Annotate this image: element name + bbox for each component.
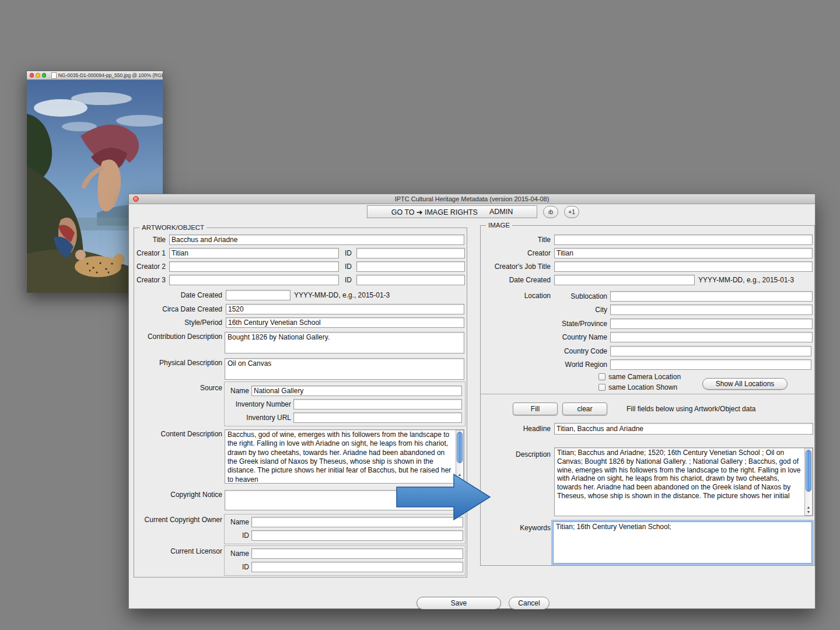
copyright-notice-label: Copyright Notice bbox=[132, 491, 222, 499]
world-region-input[interactable] bbox=[610, 359, 811, 370]
artwork-creator3-input[interactable] bbox=[169, 275, 339, 285]
source-name-input[interactable] bbox=[251, 386, 462, 396]
headline-label: Headline bbox=[491, 425, 551, 433]
description-label: Description bbox=[491, 450, 551, 459]
world-region-label: World Region bbox=[537, 360, 607, 369]
owner-id-label: ID bbox=[227, 531, 249, 540]
artwork-style-period-input[interactable] bbox=[226, 317, 464, 328]
artwork-date-format-hint: YYYY-MM-DD, e.g., 2015-01-3 bbox=[294, 291, 390, 299]
artwork-creator1-id-label: ID bbox=[341, 249, 352, 257]
artwork-physical-textarea[interactable]: Oil on Canvas bbox=[225, 358, 464, 380]
minimize-icon[interactable] bbox=[36, 73, 40, 78]
content-scrollbar-thumb[interactable] bbox=[457, 432, 463, 463]
owner-id-input[interactable] bbox=[251, 530, 463, 541]
same-location-shown-checkbox[interactable] bbox=[598, 384, 606, 391]
artwork-contribution-label: Contribution Description bbox=[132, 332, 222, 341]
artwork-contribution-textarea[interactable]: Bought 1826 by National Gallery. bbox=[225, 332, 464, 354]
iptc-metadata-dialog: IPTC Cultural Heritage Metadata (version… bbox=[128, 194, 816, 609]
country-name-input[interactable] bbox=[610, 332, 813, 342]
owner-name-label: Name bbox=[227, 518, 249, 526]
creator-job-title-label: Creator's Job Title bbox=[484, 262, 551, 271]
same-location-shown-label: same Location Shown bbox=[608, 383, 677, 391]
city-input[interactable] bbox=[610, 304, 813, 315]
scroll-down-icon[interactable]: ▼ bbox=[805, 510, 812, 514]
admin-link[interactable]: ADMIN bbox=[489, 208, 513, 216]
artwork-creator2-id-input[interactable] bbox=[356, 261, 465, 272]
artwork-creator1-label: Creator 1 bbox=[133, 249, 166, 257]
country-name-label: Country Name bbox=[537, 333, 607, 341]
sublocation-label: Sublocation bbox=[537, 292, 607, 300]
image-title-input[interactable] bbox=[554, 235, 813, 245]
artwork-creator3-label: Creator 3 bbox=[133, 276, 166, 284]
artwork-creator1-id-input[interactable] bbox=[356, 248, 465, 258]
fill-hint-text: Fill fields below using Artwork/Object d… bbox=[626, 405, 755, 413]
cancel-button[interactable]: Cancel bbox=[509, 597, 550, 610]
headline-input[interactable] bbox=[554, 423, 813, 435]
artwork-style-period-label: Style/Period bbox=[141, 318, 222, 327]
artwork-creator2-id-label: ID bbox=[341, 262, 352, 271]
licensor-name-label: Name bbox=[227, 550, 249, 558]
artwork-physical-label: Physical Description bbox=[132, 359, 222, 367]
image-creator-label: Creator bbox=[491, 249, 551, 257]
small-text-button[interactable]: ıb bbox=[543, 206, 558, 218]
copyright-owner-label: Current Copyright Owner bbox=[132, 516, 222, 524]
description-scrollbar-thumb[interactable] bbox=[806, 450, 811, 492]
artwork-source-label: Source bbox=[152, 384, 222, 392]
artwork-title-label: Title bbox=[135, 236, 166, 244]
large-text-button[interactable]: +1 bbox=[564, 206, 579, 218]
dialog-titlebar[interactable]: IPTC Cultural Heritage Metadata (version… bbox=[129, 194, 815, 204]
image-date-created-label: Date Created bbox=[491, 276, 551, 284]
state-province-label: State/Province bbox=[537, 320, 607, 328]
artwork-creator3-id-label: ID bbox=[341, 276, 352, 284]
artwork-title-input[interactable] bbox=[169, 235, 464, 245]
description-textarea[interactable]: Titian; Bacchus and Ariadne; 1520; 16th … bbox=[554, 447, 813, 516]
image-title-label: Title bbox=[491, 236, 551, 244]
inventory-number-input[interactable] bbox=[293, 399, 462, 410]
image-date-created-input[interactable] bbox=[554, 275, 695, 285]
licensor-id-label: ID bbox=[227, 563, 249, 571]
zoom-icon[interactable] bbox=[42, 73, 46, 78]
fill-button[interactable]: Fill bbox=[513, 402, 558, 415]
inventory-number-label: Inventory Number bbox=[227, 400, 291, 408]
image-window-titlebar[interactable]: NG-0035-D1-000094-pp_550.jpg @ 100% (RGB… bbox=[27, 71, 163, 80]
show-all-locations-button[interactable]: Show All Locations bbox=[702, 378, 788, 390]
artwork-content-label: Content Description bbox=[132, 430, 222, 438]
desktop: NG-0035-D1-000094-pp_550.jpg @ 100% (RGB… bbox=[0, 0, 840, 630]
image-legend: IMAGE bbox=[486, 222, 512, 229]
scroll-up-icon[interactable]: ▲ bbox=[805, 505, 812, 510]
artwork-creator2-label: Creator 2 bbox=[133, 262, 166, 271]
description-scrollbar[interactable]: ▲ ▼ bbox=[804, 448, 813, 516]
artwork-circa-date-input[interactable] bbox=[226, 304, 464, 314]
state-province-input[interactable] bbox=[610, 318, 813, 329]
artwork-circa-date-label: Circa Date Created bbox=[141, 305, 222, 313]
image-date-format-hint: YYYY-MM-DD, e.g., 2015-01-3 bbox=[698, 276, 794, 284]
clear-button[interactable]: clear bbox=[562, 402, 607, 415]
same-camera-location-checkbox[interactable] bbox=[598, 373, 606, 380]
dialog-title: IPTC Cultural Heritage Metadata (version… bbox=[129, 195, 815, 202]
keywords-textarea[interactable]: Titian; 16th Century Venetian School; bbox=[553, 522, 812, 564]
goto-image-rights-link[interactable]: GO TO ➔ IMAGE RIGHTS bbox=[391, 208, 478, 216]
image-creator-input[interactable] bbox=[554, 248, 813, 258]
save-button[interactable]: Save bbox=[416, 597, 501, 610]
document-icon bbox=[51, 72, 56, 79]
artwork-object-legend: ARTWORK/OBJECT bbox=[139, 224, 206, 231]
licensor-name-input[interactable] bbox=[251, 548, 463, 559]
inventory-url-input[interactable] bbox=[293, 412, 462, 423]
artwork-date-created-input[interactable] bbox=[226, 290, 290, 300]
image-panel-divider bbox=[481, 394, 814, 394]
city-label: City bbox=[537, 306, 607, 314]
creator-job-title-input[interactable] bbox=[554, 261, 813, 272]
artwork-date-created-label: Date Created bbox=[152, 291, 222, 299]
artwork-creator1-input[interactable] bbox=[169, 248, 339, 258]
image-window-title: NG-0035-D1-000094-pp_550.jpg @ 100% (RGB… bbox=[58, 72, 163, 78]
country-code-input[interactable] bbox=[610, 346, 811, 356]
sublocation-input[interactable] bbox=[610, 291, 813, 302]
close-icon[interactable] bbox=[30, 73, 34, 78]
licensor-id-input[interactable] bbox=[251, 562, 463, 572]
artwork-creator2-input[interactable] bbox=[169, 261, 339, 272]
country-code-label: Country Code bbox=[537, 347, 607, 355]
source-name-label: Name bbox=[227, 387, 249, 395]
goto-toolbar: GO TO ➔ IMAGE RIGHTS ADMIN bbox=[367, 205, 537, 218]
artwork-creator3-id-input[interactable] bbox=[356, 275, 465, 285]
inventory-url-label: Inventory URL bbox=[227, 414, 291, 422]
